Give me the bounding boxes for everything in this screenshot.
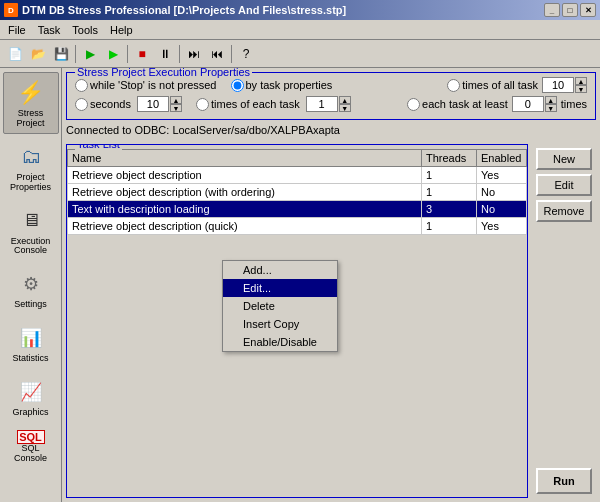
sidebar-item-execution[interactable]: 🖥 ExecutionConsole	[3, 200, 59, 262]
spin-down-2[interactable]: ▼	[170, 104, 182, 112]
sidebar-label-statistics: Statistics	[12, 354, 48, 364]
task-list-panel: Task List Name Threads Enabled Retrieve …	[66, 144, 528, 498]
step-back-button[interactable]: ⏮	[206, 43, 228, 65]
statistics-icon: 📊	[15, 322, 47, 354]
radio-task-input[interactable]	[231, 79, 244, 92]
spinner-seconds-btns: ▲ ▼	[170, 96, 182, 112]
sidebar: ⚡ StressProject 🗂 ProjectProperties 🖥 Ex…	[0, 68, 62, 502]
run-button[interactable]: ▶	[102, 43, 124, 65]
radio-times-each-input[interactable]	[196, 98, 209, 111]
table-row[interactable]: Retrieve object description (quick) 1 Ye…	[68, 218, 527, 235]
spin-down-1[interactable]: ▼	[575, 85, 587, 93]
project-icon: 🗂	[15, 141, 47, 173]
radio-seconds-label: seconds	[90, 98, 131, 110]
menu-task[interactable]: Task	[32, 22, 67, 38]
radio-seconds[interactable]: seconds	[75, 98, 131, 111]
sidebar-item-sql[interactable]: SQL SQLConsole	[3, 425, 59, 469]
menu-file[interactable]: File	[2, 22, 32, 38]
spin-down-3[interactable]: ▼	[339, 104, 351, 112]
exec-properties-panel: Stress Project Execution Properties whil…	[66, 72, 596, 120]
row1-threads: 1	[422, 167, 477, 184]
new-button[interactable]: 📄	[4, 43, 26, 65]
spinner-times-each-input[interactable]	[306, 96, 338, 112]
row2-threads: 1	[422, 184, 477, 201]
sidebar-item-project[interactable]: 🗂 ProjectProperties	[3, 136, 59, 198]
col-name: Name	[68, 150, 422, 167]
minimize-button[interactable]: _	[544, 3, 560, 17]
menu-help[interactable]: Help	[104, 22, 139, 38]
sidebar-label-settings: Settings	[14, 300, 47, 310]
row4-enabled: Yes	[477, 218, 527, 235]
task-table: Name Threads Enabled Retrieve object des…	[67, 149, 527, 235]
spin-up-4[interactable]: ▲	[545, 96, 557, 104]
spinner-atleast-input[interactable]	[512, 96, 544, 112]
sidebar-label-execution: ExecutionConsole	[11, 237, 51, 257]
ctx-delete[interactable]: Delete	[223, 297, 337, 315]
save-button[interactable]: 💾	[50, 43, 72, 65]
ctx-insert-copy[interactable]: Insert Copy	[223, 315, 337, 333]
spinner-seconds-input[interactable]	[137, 96, 169, 112]
toolbar-sep-2	[127, 45, 128, 63]
sidebar-item-settings[interactable]: ⚙ Settings	[3, 263, 59, 315]
row2-enabled: No	[477, 184, 527, 201]
sidebar-label-project: ProjectProperties	[10, 173, 51, 193]
toolbar-sep-1	[75, 45, 76, 63]
col-threads: Threads	[422, 150, 477, 167]
times-label: times	[561, 98, 587, 110]
remove-task-button[interactable]: Remove	[536, 200, 592, 222]
col-enabled: Enabled	[477, 150, 527, 167]
radio-stop-input[interactable]	[75, 79, 88, 92]
window-controls[interactable]: _ □ ✕	[544, 3, 596, 17]
spin-up-3[interactable]: ▲	[339, 96, 351, 104]
sidebar-item-stress[interactable]: ⚡ StressProject	[3, 72, 59, 134]
table-row-selected[interactable]: Text with description loading 3 No	[68, 201, 527, 218]
radio-each-atleast[interactable]: each task at least	[407, 98, 508, 111]
open-button[interactable]: 📂	[27, 43, 49, 65]
task-area: Task List Name Threads Enabled Retrieve …	[66, 144, 596, 498]
radio-stop-label: while 'Stop' is not pressed	[90, 79, 217, 91]
new-task-button[interactable]: New	[536, 148, 592, 170]
radio-by-task[interactable]: by task properties	[231, 79, 333, 92]
radio-atleast-input[interactable]	[407, 98, 420, 111]
ctx-add[interactable]: Add...	[223, 261, 337, 279]
spinner-times-all-input[interactable]	[542, 77, 574, 93]
ctx-edit[interactable]: Edit...	[223, 279, 337, 297]
run-button[interactable]: Run	[536, 468, 592, 494]
app-icon: D	[4, 3, 18, 17]
help-button[interactable]: ?	[235, 43, 257, 65]
radio-stop-pressed[interactable]: while 'Stop' is not pressed	[75, 79, 217, 92]
edit-task-button[interactable]: Edit	[536, 174, 592, 196]
sidebar-item-statistics[interactable]: 📊 Statistics	[3, 317, 59, 369]
props-row-1: while 'Stop' is not pressed by task prop…	[75, 77, 587, 93]
close-button[interactable]: ✕	[580, 3, 596, 17]
stop-button[interactable]: ■	[131, 43, 153, 65]
radio-task-label: by task properties	[246, 79, 333, 91]
spinner-atleast: ▲ ▼	[512, 96, 557, 112]
radio-seconds-input[interactable]	[75, 98, 88, 111]
spinner-times-all-btns: ▲ ▼	[575, 77, 587, 93]
radio-times-all-input[interactable]	[447, 79, 460, 92]
play-button[interactable]: ▶	[79, 43, 101, 65]
maximize-button[interactable]: □	[562, 3, 578, 17]
stress-icon: ⚡	[15, 77, 47, 109]
step-forward-button[interactable]: ⏭	[183, 43, 205, 65]
row4-threads: 1	[422, 218, 477, 235]
row3-enabled: No	[477, 201, 527, 218]
task-list-title: Task List	[75, 144, 122, 150]
settings-icon: ⚙	[15, 268, 47, 300]
menu-tools[interactable]: Tools	[66, 22, 104, 38]
pause-button[interactable]: ⏸	[154, 43, 176, 65]
content-area: Stress Project Execution Properties whil…	[62, 68, 600, 502]
spinner-times-each: ▲ ▼	[306, 96, 351, 112]
sidebar-item-graphics[interactable]: 📈 Graphics	[3, 371, 59, 423]
table-row[interactable]: Retrieve object description (with orderi…	[68, 184, 527, 201]
spin-down-4[interactable]: ▼	[545, 104, 557, 112]
radio-times-each[interactable]: times of each task	[196, 98, 300, 111]
ctx-enable-disable[interactable]: Enable/Disable	[223, 333, 337, 351]
title-bar: D DTM DB Stress Professional [D:\Project…	[0, 0, 600, 20]
spin-up-1[interactable]: ▲	[575, 77, 587, 85]
table-row[interactable]: Retrieve object description 1 Yes	[68, 167, 527, 184]
graphics-icon: 📈	[15, 376, 47, 408]
radio-times-all[interactable]: times of all task	[447, 79, 538, 92]
spin-up-2[interactable]: ▲	[170, 96, 182, 104]
